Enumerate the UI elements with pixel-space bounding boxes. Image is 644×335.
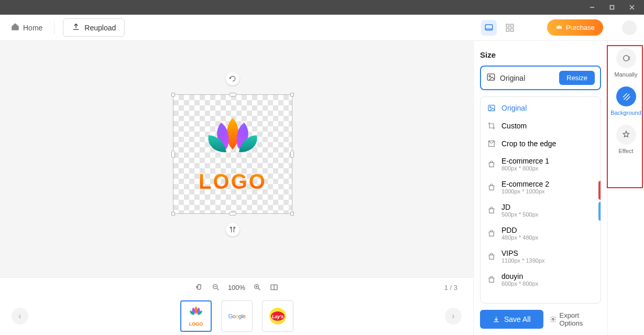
thumbnail-2[interactable]: Google <box>221 300 253 332</box>
size-item-icon <box>487 121 496 131</box>
rail-effect[interactable]: Effect <box>609 125 642 155</box>
save-all-button[interactable]: Save All <box>480 310 543 329</box>
svg-rect-8 <box>506 28 509 31</box>
size-item-label: PDD <box>501 226 538 234</box>
export-options-label: Export Options <box>560 311 601 327</box>
svg-point-29 <box>552 318 553 320</box>
zoom-in-button[interactable] <box>253 283 262 292</box>
prev-thumbnail-button[interactable]: ‹ <box>12 308 28 325</box>
rail-background[interactable]: Background <box>609 87 642 116</box>
resize-handle-br[interactable] <box>290 212 294 215</box>
resize-button[interactable]: Resize <box>559 71 595 85</box>
purchase-label: Purchase <box>566 24 595 31</box>
svg-text:Lay's: Lay's <box>271 314 283 319</box>
color-tab-red[interactable] <box>598 181 601 200</box>
size-item-6[interactable]: PDD480px * 480px <box>481 222 601 245</box>
logo-text: LOGO <box>199 170 267 193</box>
home-button[interactable]: Home <box>7 20 46 35</box>
size-item-2[interactable]: Crop to the edge <box>481 135 601 153</box>
color-tab-blue[interactable] <box>598 202 601 221</box>
size-item-icon <box>487 252 496 261</box>
window-titlebar <box>0 0 644 15</box>
next-thumbnail-button[interactable]: › <box>445 308 462 325</box>
size-item-sublabel: 1100px * 1390px <box>501 257 545 264</box>
selection-frame[interactable]: LOGO <box>173 94 292 214</box>
reupload-button[interactable]: Reupload <box>63 18 125 37</box>
svg-rect-26 <box>488 105 495 111</box>
size-item-label: JD <box>501 203 538 211</box>
size-item-label: douyin <box>501 272 538 280</box>
size-item-label: E-commerce 2 <box>501 180 549 188</box>
pan-tool[interactable] <box>194 283 204 292</box>
svg-point-27 <box>490 106 492 108</box>
window-maximize[interactable] <box>603 0 621 15</box>
window-minimize[interactable] <box>583 0 601 15</box>
rail-manually[interactable]: Manually <box>609 48 642 78</box>
size-item-7[interactable]: VIPS1100px * 1390px <box>481 245 601 268</box>
tool-rail: Manually Background Effect <box>607 41 644 335</box>
size-item-1[interactable]: Custom <box>481 117 601 135</box>
zoom-level: 100% <box>228 284 245 291</box>
image-icon <box>486 72 496 84</box>
resize-handle-top[interactable] <box>229 93 236 96</box>
save-all-label: Save All <box>504 315 531 323</box>
rail-background-label: Background <box>609 110 642 116</box>
size-item-icon <box>487 159 496 169</box>
size-item-3[interactable]: E-commerce 1800px * 800px <box>481 153 601 176</box>
zoom-out-button[interactable] <box>211 283 221 292</box>
canvas-bottom-bar: 100% 1 / 3 ‹ LOGO <box>0 277 473 335</box>
size-item-sublabel: 1000px * 1000px <box>501 188 549 194</box>
current-size-row[interactable]: Original Resize <box>480 66 601 90</box>
size-item-5[interactable]: JD500px * 500px <box>481 199 601 222</box>
svg-text:LOGO: LOGO <box>189 321 203 327</box>
grid-view-button[interactable] <box>502 20 518 36</box>
resize-handle-right[interactable] <box>290 150 294 158</box>
resize-handle-tr[interactable] <box>290 93 294 96</box>
single-view-button[interactable] <box>481 20 497 36</box>
export-options-button[interactable]: Export Options <box>550 311 601 327</box>
size-item-icon <box>487 139 496 148</box>
rail-manually-label: Manually <box>613 71 638 78</box>
canvas-column: LOGO 100% 1 / 3 <box>0 41 473 335</box>
canvas-area[interactable]: LOGO <box>0 41 473 277</box>
thumbnail-1[interactable]: LOGO <box>180 300 212 332</box>
home-icon <box>10 22 20 33</box>
flip-handle[interactable] <box>226 223 239 236</box>
svg-point-30 <box>623 56 629 61</box>
size-panel-title: Size <box>480 50 601 59</box>
size-item-label: E-commerce 1 <box>501 157 549 165</box>
size-item-sublabel: 800px * 800px <box>501 165 549 171</box>
page-indicator: 1 / 3 <box>444 284 457 291</box>
thumbnail-3[interactable]: Lay's <box>262 300 293 332</box>
upload-icon <box>72 23 80 33</box>
svg-rect-7 <box>511 24 514 27</box>
logo-image <box>191 115 275 168</box>
resize-handle-bottom[interactable] <box>229 212 236 215</box>
size-item-8[interactable]: douyin600px * 800px <box>481 268 601 291</box>
user-avatar[interactable] <box>622 20 637 35</box>
canvas-checkerboard: LOGO <box>173 95 292 213</box>
current-size-label: Original <box>500 74 555 82</box>
size-item-4[interactable]: E-commerce 21000px * 1000px <box>481 176 601 199</box>
size-item-0[interactable]: Original <box>481 99 601 117</box>
purchase-button[interactable]: Purchase <box>547 19 603 36</box>
window-close[interactable] <box>623 0 641 15</box>
size-item-label: Custom <box>501 122 527 130</box>
resize-handle-left[interactable] <box>171 150 175 158</box>
size-item-sublabel: 500px * 500px <box>501 211 538 218</box>
size-item-sublabel: 600px * 800px <box>501 280 538 287</box>
svg-rect-9 <box>511 28 514 31</box>
rotate-handle[interactable] <box>226 72 239 85</box>
crown-icon <box>555 23 563 32</box>
size-panel: Size Original Resize OriginalCustomCrop … <box>473 41 607 335</box>
size-item-icon <box>487 229 496 238</box>
size-item-label: Crop to the edge <box>501 139 556 148</box>
size-item-icon <box>487 103 496 113</box>
svg-line-11 <box>217 288 219 290</box>
size-list[interactable]: OriginalCustomCrop to the edgeE-commerce… <box>481 99 601 301</box>
resize-handle-tl[interactable] <box>171 93 175 96</box>
fit-screen-button[interactable] <box>269 283 279 292</box>
resize-handle-bl[interactable] <box>171 212 175 215</box>
svg-rect-24 <box>487 74 495 80</box>
toolbar-divider <box>54 21 54 35</box>
